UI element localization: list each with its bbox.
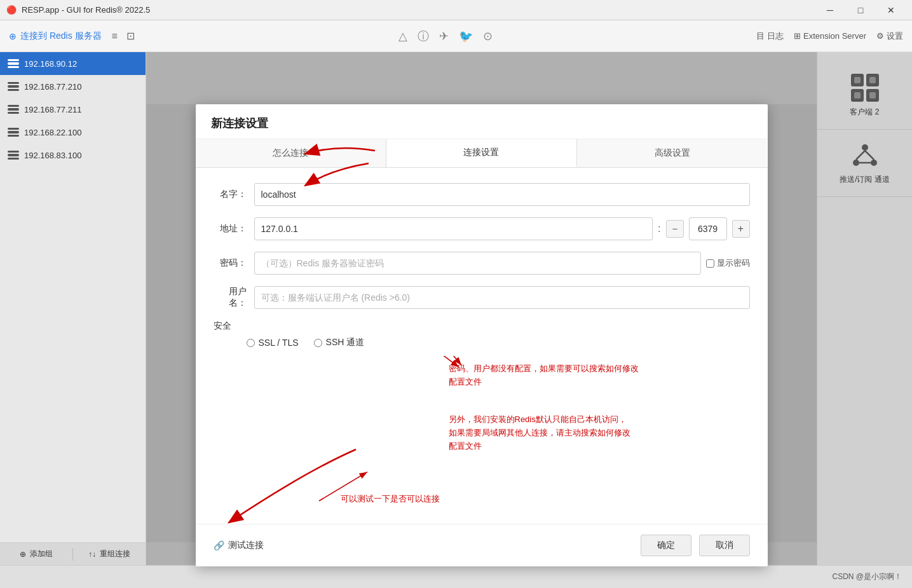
port-plus-button[interactable]: +: [732, 220, 750, 238]
toolbar-icons: ≡ ⊡: [112, 30, 135, 42]
github-icon[interactable]: ⊙: [483, 29, 493, 43]
port-input[interactable]: [689, 217, 727, 240]
gear-icon: ⚙: [876, 31, 884, 41]
annotation-text-1: 密码、用户都没有配置，如果需要可以搜索如何修改配置文件: [449, 362, 639, 389]
toolbar-left: ⊕ 连接到 Redis 服务器 ≡ ⊡: [9, 30, 135, 42]
cancel-button[interactable]: 取消: [699, 535, 750, 556]
annotation-area: 密码、用户都没有配置，如果需要可以搜索如何修改配置文件 另外，我们安装的Redi…: [214, 356, 750, 509]
show-password-toggle[interactable]: 显示密码: [706, 257, 750, 269]
svg-point-4: [862, 144, 868, 151]
extension-server-button[interactable]: ⊞ Extension Server: [794, 31, 866, 41]
log-icon: 目: [756, 31, 765, 42]
toolbar-center-icons: △ ⓘ ✈ 🐦 ⊙: [398, 29, 493, 44]
menu-icon[interactable]: ≡: [112, 31, 118, 42]
svg-line-2: [370, 356, 459, 367]
dialog-body: 名字： 地址： : － +: [196, 168, 768, 524]
sidebar-item-1[interactable]: 192.168.77.210: [0, 75, 146, 98]
new-connection-dialog: 新连接设置 怎么连接 连接设置 高级设置: [196, 104, 768, 566]
sidebar-spacer: [0, 167, 146, 542]
regroup-icon: ↑↓: [88, 550, 96, 559]
sidebar-item-4[interactable]: 192.168.83.100: [0, 144, 146, 167]
port-minus-button[interactable]: －: [666, 220, 684, 238]
security-label: 安全: [214, 320, 750, 332]
titlebar: 🔴 RESP.app - GUI for Redis® 2022.5 ─ □ ✕: [0, 0, 912, 20]
svg-line-8: [865, 151, 874, 160]
address-input[interactable]: [254, 217, 653, 240]
pubsub-icon: [851, 141, 879, 169]
right-sidebar: 客户端 2 推送/订阅 通道: [817, 52, 912, 565]
ssh-radio[interactable]: [314, 339, 322, 347]
database-icon: [8, 151, 19, 160]
svg-line-7: [856, 151, 865, 160]
ssh-option[interactable]: SSH 通道: [314, 337, 365, 348]
split-icon[interactable]: ⊡: [126, 30, 135, 42]
tab-how-to-connect[interactable]: 怎么连接: [196, 139, 386, 167]
link-icon: 🔗: [214, 540, 224, 550]
maximize-button[interactable]: □: [846, 0, 875, 20]
pubsub-button[interactable]: 推送/订阅 通道: [817, 130, 912, 197]
plus-circle-icon: ⊕: [9, 31, 17, 41]
close-button[interactable]: ✕: [876, 0, 906, 20]
titlebar-controls: ─ □ ✕: [815, 0, 906, 20]
toolbar: ⊕ 连接到 Redis 服务器 ≡ ⊡ △ ⓘ ✈ 🐦 ⊙ 目 日志 ⊞ Ext…: [0, 20, 912, 52]
main-layout: 192.168.90.12 192.168.77.210 192.168.77.…: [0, 52, 912, 565]
dialog-overlay: 新连接设置 怎么连接 连接设置 高级设置: [146, 104, 817, 542]
connect-server-button[interactable]: ⊕ 连接到 Redis 服务器: [9, 31, 102, 42]
security-options: SSL / TLS SSH 通道: [214, 337, 750, 348]
log-button[interactable]: 目 日志: [756, 31, 784, 42]
ssl-radio[interactable]: [247, 339, 255, 347]
confirm-button[interactable]: 确定: [641, 535, 691, 556]
tab-advanced-settings[interactable]: 高级设置: [577, 139, 767, 167]
regroup-button[interactable]: ↑↓ 重组连接: [73, 543, 146, 565]
extension-icon: ⊞: [794, 31, 801, 41]
dialog-footer-right: 确定 取消: [641, 535, 750, 556]
warning-icon[interactable]: △: [398, 29, 407, 43]
username-row: 用户名：: [214, 286, 750, 309]
annotation-text-3: 可以测试一下是否可以连接: [341, 493, 440, 506]
name-input[interactable]: [254, 183, 750, 206]
database-icon: [8, 105, 19, 114]
password-input[interactable]: [254, 252, 701, 275]
app-icon: 🔴: [6, 5, 17, 15]
address-controls: : － +: [254, 217, 750, 240]
client-panel-button[interactable]: 客户端 2: [817, 62, 912, 130]
center-content: 新连接设置 怎么连接 连接设置 高级设置: [146, 52, 817, 565]
tab-connection-settings[interactable]: 连接设置: [386, 139, 577, 167]
annotation-text-2: 另外，我们安装的Redis默认只能自己本机访问，如果需要局域网其他人连接，请主动…: [449, 413, 630, 453]
database-icon: [8, 82, 19, 91]
ssl-option[interactable]: SSL / TLS: [247, 337, 299, 348]
security-section: 安全 SSL / TLS SSH 通道: [214, 320, 750, 348]
password-label: 密码：: [214, 257, 247, 269]
telegram-icon[interactable]: ✈: [439, 29, 449, 43]
add-group-icon: ⊕: [20, 550, 26, 559]
dialog-tabs: 怎么连接 连接设置 高级设置: [196, 139, 768, 168]
port-separator: :: [658, 223, 660, 235]
add-group-button[interactable]: ⊕ 添加组: [0, 543, 72, 565]
dialog-title: 新连接设置: [196, 104, 768, 139]
dialog-footer: 🔗 测试连接 确定 取消: [196, 524, 768, 566]
username-input[interactable]: [254, 286, 750, 309]
sidebar-item-3[interactable]: 192.168.22.100: [0, 121, 146, 144]
address-label: 地址：: [214, 223, 247, 235]
sidebar: 192.168.90.12 192.168.77.210 192.168.77.…: [0, 52, 146, 565]
password-controls: 显示密码: [254, 252, 750, 275]
show-password-checkbox[interactable]: [706, 259, 714, 268]
address-row: 地址： : － +: [214, 217, 750, 240]
password-row: 密码： 显示密码: [214, 252, 750, 275]
sidebar-footer: ⊕ 添加组 ↑↓ 重组连接: [0, 542, 146, 565]
statusbar: CSDN @是小宗啊！: [0, 565, 912, 588]
settings-button[interactable]: ⚙ 设置: [876, 31, 903, 42]
twitter-icon[interactable]: 🐦: [459, 29, 473, 43]
client-grid-icon: [851, 74, 879, 102]
info-icon[interactable]: ⓘ: [418, 29, 429, 44]
sidebar-item-2[interactable]: 192.168.77.211: [0, 98, 146, 121]
titlebar-title: 🔴 RESP.app - GUI for Redis® 2022.5: [6, 5, 150, 15]
username-label: 用户名：: [214, 286, 247, 309]
database-icon: [8, 128, 19, 137]
toolbar-right: 目 日志 ⊞ Extension Server ⚙ 设置: [756, 31, 903, 42]
name-label: 名字：: [214, 189, 247, 200]
minimize-button[interactable]: ─: [815, 0, 845, 20]
test-connect-button[interactable]: 🔗 测试连接: [214, 535, 264, 556]
database-icon: [8, 59, 19, 68]
sidebar-item-0[interactable]: 192.168.90.12: [0, 52, 146, 75]
